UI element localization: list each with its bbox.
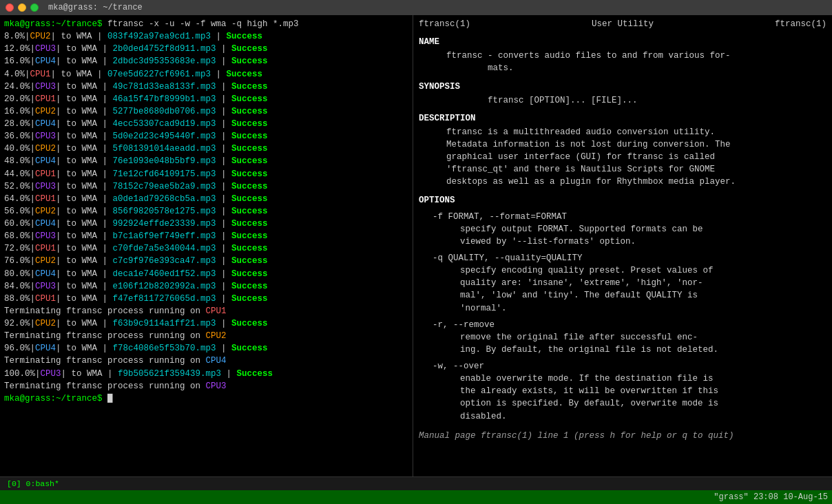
opt-w-desc: enable overwrite mode. If the destinatio… bbox=[419, 372, 826, 423]
terminate-line: Terminating ftransc process running on C… bbox=[4, 380, 408, 392]
output-line: 68.0%|CPU3| to WMA | b7c1a6f9ef749eff.mp… bbox=[4, 230, 408, 242]
opt-f: -f FORMAT, --format=FORMAT bbox=[419, 211, 826, 223]
output-line: 92.0%|CPU2| to WMA | f63b9c9114a1ff21.mp… bbox=[4, 317, 408, 330]
statusbar: "grass" 23:08 10-Aug-15 bbox=[0, 490, 832, 504]
description-body: ftransc is a multithreaded audio convers… bbox=[419, 126, 826, 189]
window-title: mka@grass: ~/trance bbox=[48, 3, 143, 12]
output-line: 100.0%|CPU3| to WMA | f9b505621f359439.m… bbox=[4, 368, 408, 380]
synopsis-body: ftransc [OPTION]... [FILE]... bbox=[419, 94, 826, 107]
man-page: ftransc(1) User Utility ftransc(1) NAME … bbox=[413, 15, 832, 476]
synopsis-section: SYNOPSIS bbox=[419, 81, 826, 93]
output-line: 96.0%|CPU4| to WMA | f78c4086e5f53b70.mp… bbox=[4, 342, 408, 355]
output-line: 44.0%|CPU1| to WMA | 71e12cfd64109175.mp… bbox=[4, 168, 408, 180]
opt-f-desc: specify output FORMAT. Supported formats… bbox=[419, 223, 826, 248]
output-line: 28.0%|CPU4| to WMA | 4ecc53307cad9d19.mp… bbox=[4, 118, 408, 130]
output-line: 4.0%|CPU1| to WMA | 07ee5d6227cf6961.mp3… bbox=[4, 68, 408, 81]
output-line: 76.0%|CPU2| to WMA | c7c9f976e393ca47.mp… bbox=[4, 255, 408, 267]
description-section: DESCRIPTION bbox=[419, 112, 826, 125]
output-line: 16.0%|CPU4| to WMA | 2dbdc3d95353683e.mp… bbox=[4, 55, 408, 67]
output-line: 8.0%|CPU2| to WMA | 083f492a97ea9cd1.mp3… bbox=[4, 30, 408, 43]
terminal-left[interactable]: mka@grass:~/trance$ ftransc -x -u -w -f … bbox=[0, 15, 413, 476]
output-line: 12.0%|CPU3| to WMA | 2b0ded4752f8d911.mp… bbox=[4, 43, 408, 55]
man-header: ftransc(1) User Utility ftransc(1) bbox=[419, 18, 826, 30]
maximize-button[interactable] bbox=[30, 3, 39, 12]
opt-q-desc: specify encoding quality preset. Preset … bbox=[419, 264, 826, 315]
output-line: 16.0%|CPU2| to WMA | 5277be8680db0706.mp… bbox=[4, 105, 408, 118]
man-header-left: ftransc(1) bbox=[419, 18, 470, 30]
tabbar: [0] 0:bash* bbox=[0, 476, 832, 490]
command-line: mka@grass:~/trance$ ftransc -x -u -w -f … bbox=[4, 18, 408, 30]
output-line: 64.0%|CPU1| to WMA | a0de1ad79268cb5a.mp… bbox=[4, 193, 408, 205]
man-header-right: ftransc(1) bbox=[775, 18, 826, 30]
output-line: 20.0%|CPU1| to WMA | 46a15f47bf8999b1.mp… bbox=[4, 93, 408, 105]
output-line: 56.0%|CPU2| to WMA | 856f9820578e1275.mp… bbox=[4, 205, 408, 218]
main-content: mka@grass:~/trance$ ftransc -x -u -w -f … bbox=[0, 15, 832, 476]
output-line: 88.0%|CPU1| to WMA | f47ef8117276065d.mp… bbox=[4, 293, 408, 305]
command-text: ftransc -x -u -w -f wma -q high *.mp3 bbox=[107, 19, 299, 29]
close-button[interactable] bbox=[6, 3, 14, 12]
output-line: 40.0%|CPU2| to WMA | 5f081391014aeadd.mp… bbox=[4, 143, 408, 155]
man-footer: Manual page ftransc(1) line 1 (press h f… bbox=[419, 430, 826, 442]
opt-r-desc: remove the original file after successfu… bbox=[419, 331, 826, 356]
status-text: "grass" 23:08 10-Aug-15 bbox=[714, 492, 828, 502]
titlebar: mka@grass: ~/trance bbox=[0, 0, 832, 15]
output-line: 48.0%|CPU4| to WMA | 76e1093e048b5bf9.mp… bbox=[4, 155, 408, 167]
options-section: OPTIONS bbox=[419, 194, 826, 207]
terminate-line: Terminating ftransc process running on C… bbox=[4, 330, 408, 342]
output-line: 36.0%|CPU3| to WMA | 5d0e2d23c495440f.mp… bbox=[4, 130, 408, 143]
output-line: 24.0%|CPU3| to WMA | 49c781d33ea8133f.mp… bbox=[4, 81, 408, 93]
tab-bash[interactable]: [0] 0:bash* bbox=[3, 479, 63, 488]
man-header-center: User Utility bbox=[592, 18, 654, 30]
output-lines: 8.0%|CPU2| to WMA | 083f492a97ea9cd1.mp3… bbox=[4, 30, 408, 405]
output-line: 84.0%|CPU3| to WMA | e106f12b8202992a.mp… bbox=[4, 280, 408, 293]
opt-q: -q QUALITY, --quality=QUALITY bbox=[419, 252, 826, 264]
opt-w: -w, --over bbox=[419, 360, 826, 372]
output-line: 52.0%|CPU3| to WMA | 78152c79eae5b2a9.mp… bbox=[4, 180, 408, 193]
output-line: 72.0%|CPU1| to WMA | c70fde7a5e340044.mp… bbox=[4, 242, 408, 255]
output-line: 80.0%|CPU4| to WMA | deca1e7460ed1f52.mp… bbox=[4, 268, 408, 280]
terminate-line: Terminating ftransc process running on C… bbox=[4, 355, 408, 367]
final-prompt: mka@grass:~/trance$ █ bbox=[4, 392, 408, 405]
terminate-line: Terminating ftransc process running on C… bbox=[4, 305, 408, 317]
prompt: mka@grass:~/trance$ bbox=[4, 19, 103, 29]
opt-r: -r, --remove bbox=[419, 319, 826, 331]
name-body: ftransc - converts audio files to and fr… bbox=[419, 50, 826, 74]
name-section: NAME bbox=[419, 36, 826, 48]
minimize-button[interactable] bbox=[18, 3, 26, 12]
output-line: 60.0%|CPU4| to WMA | 992924effde23339.mp… bbox=[4, 218, 408, 230]
